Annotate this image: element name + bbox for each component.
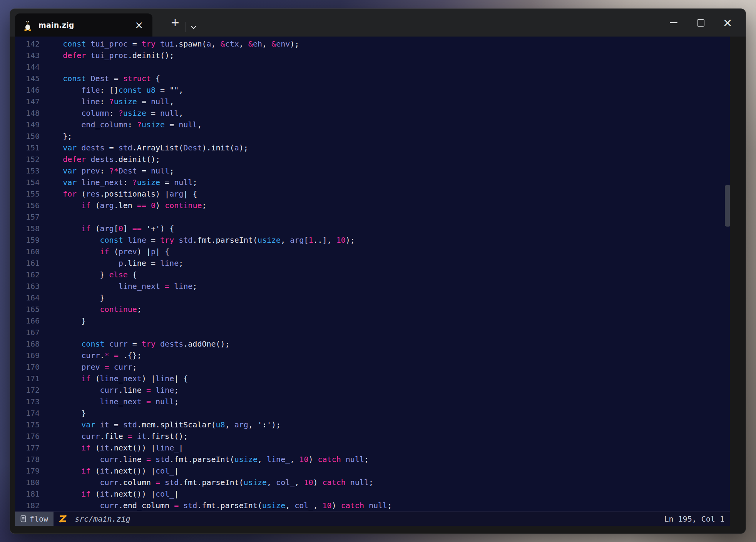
tab-close-icon[interactable]: × — [133, 19, 145, 31]
code-line: 148 column: ?usize = null, — [15, 107, 730, 119]
new-tab-button[interactable]: + — [169, 17, 182, 28]
code-text: if (it.next()) |col_| — [40, 465, 179, 477]
code-text: if (arg.len == 0) continue; — [40, 200, 207, 211]
code-line: 149 end_column: ?usize = null, — [15, 119, 730, 130]
code-line: 180 curr.column = std.fmt.parseInt(usize… — [15, 477, 730, 488]
code-text: var dests = std.ArrayList(Dest).init(a); — [40, 142, 248, 153]
code-text: } — [40, 315, 86, 327]
minimize-button[interactable] — [665, 14, 682, 32]
code-text — [40, 327, 44, 338]
code-line: 166 } — [15, 315, 730, 327]
code-line: 151 var dests = std.ArrayList(Dest).init… — [15, 142, 730, 153]
line-number: 143 — [15, 50, 40, 61]
code-editor[interactable]: 142 const tui_proc = try tui.spawn(a, &c… — [15, 37, 730, 511]
line-number: 151 — [15, 142, 40, 153]
code-line: 158 if (arg[0] == '+') { — [15, 223, 730, 234]
line-number: 164 — [15, 292, 40, 304]
code-text: if (arg[0] == '+') { — [40, 223, 174, 234]
line-number: 154 — [15, 177, 40, 188]
code-text — [40, 211, 44, 223]
code-line: 142 const tui_proc = try tui.spawn(a, &c… — [15, 38, 730, 50]
line-number: 163 — [15, 280, 40, 292]
code-line: 175 var it = std.mem.splitScalar(u8, arg… — [15, 419, 730, 430]
code-line: 170 prev = curr; — [15, 361, 730, 373]
code-text: const Dest = struct { — [40, 73, 160, 84]
code-line: 178 curr.line = std.fmt.parseInt(usize, … — [15, 454, 730, 465]
code-text: line: ?usize = null, — [40, 96, 174, 107]
code-line: 164 } — [15, 292, 730, 304]
line-number: 168 — [15, 338, 40, 350]
code-text: curr.file = it.first(); — [40, 430, 188, 442]
code-lines: 142 const tui_proc = try tui.spawn(a, &c… — [15, 38, 730, 511]
code-line: 174 } — [15, 407, 730, 419]
close-window-button[interactable]: × — [719, 14, 736, 32]
code-line: 168 const curr = try dests.addOne(); — [15, 338, 730, 350]
code-text: if (it.next()) |col_| — [40, 488, 179, 500]
code-text: p.line = line; — [40, 257, 183, 269]
code-text: if (it.next()) |line_| — [40, 442, 183, 454]
window-controls: × — [665, 9, 736, 37]
line-number: 159 — [15, 234, 40, 246]
line-number: 149 — [15, 119, 40, 130]
line-number: 152 — [15, 153, 40, 165]
code-text: line_next = null; — [40, 396, 179, 407]
code-text: var prev: ?*Dest = null; — [40, 165, 174, 177]
code-text: } — [40, 292, 105, 304]
file-path-label: src/main.zig — [75, 514, 130, 524]
line-number: 173 — [15, 396, 40, 407]
line-number: 170 — [15, 361, 40, 373]
code-line: 145 const Dest = struct { — [15, 73, 730, 84]
line-number: 180 — [15, 477, 40, 488]
scrollbar-thumb[interactable] — [725, 185, 730, 227]
tab-bar: main.zig × + × — [10, 9, 746, 37]
line-number: 171 — [15, 373, 40, 384]
code-text: curr.end_column = std.fmt.parseInt(usize… — [40, 500, 392, 511]
line-number: 178 — [15, 454, 40, 465]
flow-app-button[interactable]: flow — [15, 512, 54, 526]
code-text: const tui_proc = try tui.spawn(a, &ctx, … — [40, 38, 299, 50]
code-text: const curr = try dests.addOne(); — [40, 338, 230, 350]
tab-list-dropdown-button[interactable] — [187, 20, 200, 31]
line-number: 146 — [15, 84, 40, 96]
code-line: 173 line_next = null; — [15, 396, 730, 407]
code-line: 177 if (it.next()) |line_| — [15, 442, 730, 454]
line-number: 150 — [15, 130, 40, 142]
code-text: } else { — [40, 269, 137, 280]
line-number: 162 — [15, 269, 40, 280]
code-text: var line_next: ?usize = null; — [40, 177, 197, 188]
code-line: 157 — [15, 211, 730, 223]
code-line: 163 line_next = line; — [15, 280, 730, 292]
line-number: 142 — [15, 38, 40, 50]
line-number: 179 — [15, 465, 40, 477]
maximize-button[interactable] — [692, 14, 709, 32]
code-line: 167 — [15, 327, 730, 338]
code-text: column: ?usize = null, — [40, 107, 183, 119]
line-number: 160 — [15, 246, 40, 257]
app-name-label: flow — [30, 514, 48, 524]
code-line: 156 if (arg.len == 0) continue; — [15, 200, 730, 211]
code-line: 147 line: ?usize = null, — [15, 96, 730, 107]
code-line: 179 if (it.next()) |col_| — [15, 465, 730, 477]
code-text: curr.line = std.fmt.parseInt(usize, line… — [40, 454, 369, 465]
code-text: curr.line = line; — [40, 384, 179, 396]
code-line: 176 curr.file = it.first(); — [15, 430, 730, 442]
line-number: 148 — [15, 107, 40, 119]
line-number: 157 — [15, 211, 40, 223]
code-line: 181 if (it.next()) |col_| — [15, 488, 730, 500]
cursor-position-label: Ln 195, Col 1 — [664, 514, 724, 524]
code-line: 172 curr.line = line; — [15, 384, 730, 396]
code-text: for (res.positionals) |arg| { — [40, 188, 197, 200]
line-number: 182 — [15, 500, 40, 511]
code-line: 146 file: []const u8 = "", — [15, 84, 730, 96]
code-text: }; — [40, 130, 72, 142]
code-text: line_next = line; — [40, 280, 197, 292]
tux-penguin-icon — [23, 19, 33, 31]
tab-main-zig[interactable]: main.zig × — [15, 13, 152, 37]
terminal-content: 142 const tui_proc = try tui.spawn(a, &c… — [15, 37, 730, 526]
line-number: 177 — [15, 442, 40, 454]
line-number: 145 — [15, 73, 40, 84]
code-text — [40, 61, 44, 73]
line-number: 158 — [15, 223, 40, 234]
line-number: 175 — [15, 419, 40, 430]
status-bar: flow src/main.zig Ln 195, Col 1 — [15, 511, 730, 526]
